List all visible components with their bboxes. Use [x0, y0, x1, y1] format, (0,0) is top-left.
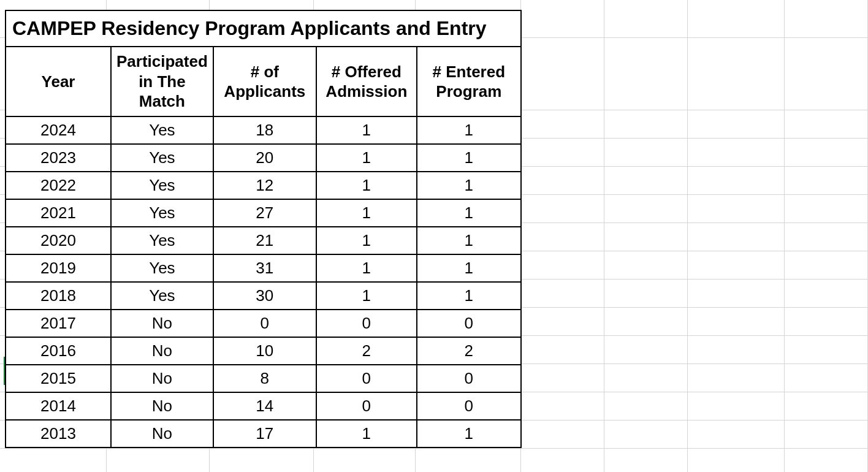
cell-applicants[interactable]: 31	[213, 254, 316, 282]
grid-cell[interactable]	[521, 308, 604, 336]
grid-cell[interactable]	[785, 280, 868, 308]
grid-cell[interactable]	[604, 139, 688, 167]
cell-year[interactable]: 2020	[6, 227, 111, 254]
grid-cell[interactable]	[688, 0, 785, 38]
grid-cell[interactable]	[688, 110, 785, 139]
cell-participated[interactable]: Yes	[111, 144, 213, 172]
cell-offered[interactable]: 1	[316, 172, 417, 199]
grid-cell[interactable]	[314, 449, 416, 472]
grid-cell[interactable]	[604, 38, 688, 110]
grid-cell[interactable]	[521, 364, 604, 392]
grid-cell[interactable]	[521, 336, 604, 364]
grid-cell[interactable]	[785, 167, 868, 195]
cell-applicants[interactable]: 12	[213, 172, 316, 199]
cell-year[interactable]: 2023	[6, 144, 111, 172]
cell-applicants[interactable]: 17	[213, 420, 316, 447]
cell-entered[interactable]: 2	[417, 337, 521, 365]
grid-cell[interactable]	[785, 139, 868, 167]
cell-entered[interactable]: 1	[417, 116, 521, 144]
grid-cell[interactable]	[521, 110, 604, 139]
grid-cell[interactable]	[604, 336, 688, 364]
grid-cell[interactable]	[521, 223, 604, 251]
cell-offered[interactable]: 1	[316, 144, 417, 172]
cell-applicants[interactable]: 27	[213, 199, 316, 227]
grid-cell[interactable]	[0, 449, 107, 472]
grid-cell[interactable]	[604, 110, 688, 139]
cell-year[interactable]: 2019	[6, 254, 111, 282]
grid-cell[interactable]	[604, 195, 688, 223]
cell-offered[interactable]: 1	[316, 420, 417, 447]
grid-cell[interactable]	[688, 336, 785, 364]
cell-year[interactable]: 2022	[6, 172, 111, 199]
cell-year[interactable]: 2018	[6, 282, 111, 310]
grid-cell[interactable]	[785, 336, 868, 364]
cell-participated[interactable]: No	[111, 392, 213, 420]
cell-entered[interactable]: 0	[417, 392, 521, 420]
cell-entered[interactable]: 1	[417, 199, 521, 227]
grid-cell[interactable]	[688, 139, 785, 167]
grid-cell[interactable]	[688, 364, 785, 392]
grid-cell[interactable]	[604, 449, 688, 472]
grid-cell[interactable]	[521, 421, 604, 449]
grid-cell[interactable]	[604, 251, 688, 280]
cell-applicants[interactable]: 0	[213, 310, 316, 337]
grid-cell[interactable]	[688, 195, 785, 223]
cell-participated[interactable]: No	[111, 337, 213, 365]
cell-applicants[interactable]: 8	[213, 365, 316, 392]
cell-offered[interactable]: 2	[316, 337, 417, 365]
grid-cell[interactable]	[521, 0, 604, 38]
grid-cell[interactable]	[688, 308, 785, 336]
grid-cell[interactable]	[785, 38, 868, 110]
cell-offered[interactable]: 1	[316, 227, 417, 254]
grid-cell[interactable]	[688, 223, 785, 251]
cell-entered[interactable]: 1	[417, 172, 521, 199]
cell-participated[interactable]: Yes	[111, 227, 213, 254]
cell-year[interactable]: 2017	[6, 310, 111, 337]
cell-year[interactable]: 2016	[6, 337, 111, 365]
cell-offered[interactable]: 1	[316, 199, 417, 227]
grid-cell[interactable]	[604, 0, 688, 38]
grid-cell[interactable]	[785, 223, 868, 251]
grid-cell[interactable]	[785, 0, 868, 38]
grid-cell[interactable]	[688, 280, 785, 308]
col-header-participated[interactable]: Participated in The Match	[111, 47, 213, 116]
grid-cell[interactable]	[604, 364, 688, 392]
grid-cell[interactable]	[785, 364, 868, 392]
cell-entered[interactable]: 1	[417, 420, 521, 447]
grid-cell[interactable]	[785, 251, 868, 280]
grid-cell[interactable]	[688, 167, 785, 195]
grid-cell[interactable]	[688, 449, 785, 472]
cell-entered[interactable]: 1	[417, 144, 521, 172]
grid-cell[interactable]	[688, 392, 785, 421]
grid-cell[interactable]	[521, 392, 604, 421]
grid-cell[interactable]	[688, 421, 785, 449]
cell-entered[interactable]: 0	[417, 310, 521, 337]
cell-offered[interactable]: 1	[316, 254, 417, 282]
grid-cell[interactable]	[521, 139, 604, 167]
grid-cell[interactable]	[521, 38, 604, 110]
cell-applicants[interactable]: 18	[213, 116, 316, 144]
grid-cell[interactable]	[604, 421, 688, 449]
cell-applicants[interactable]: 10	[213, 337, 316, 365]
grid-cell[interactable]	[521, 280, 604, 308]
grid-cell[interactable]	[785, 392, 868, 421]
grid-cell[interactable]	[521, 167, 604, 195]
cell-participated[interactable]: Yes	[111, 172, 213, 199]
cell-year[interactable]: 2013	[6, 420, 111, 447]
cell-participated[interactable]: No	[111, 310, 213, 337]
grid-cell[interactable]	[604, 280, 688, 308]
grid-cell[interactable]	[521, 449, 604, 472]
col-header-offered[interactable]: # Offered Admission	[316, 47, 417, 116]
cell-offered[interactable]: 0	[316, 365, 417, 392]
grid-cell[interactable]	[785, 110, 868, 139]
col-header-applicants[interactable]: # of Applicants	[213, 47, 316, 116]
grid-cell[interactable]	[604, 167, 688, 195]
grid-cell[interactable]	[785, 308, 868, 336]
grid-cell[interactable]	[210, 449, 314, 472]
grid-cell[interactable]	[604, 223, 688, 251]
cell-entered[interactable]: 1	[417, 254, 521, 282]
grid-cell[interactable]	[604, 392, 688, 421]
cell-participated[interactable]: No	[111, 420, 213, 447]
grid-cell[interactable]	[521, 251, 604, 280]
grid-cell[interactable]	[604, 308, 688, 336]
